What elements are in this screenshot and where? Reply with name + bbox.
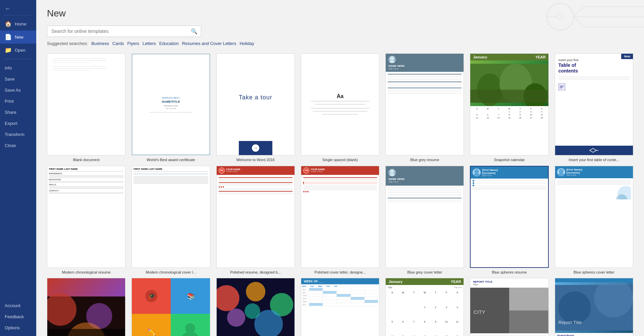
sidebar-item-open[interactable]: 📁 Open [0, 44, 36, 57]
search-button[interactable]: 🔍 [187, 26, 201, 37]
template-grid-row3: RESTAURANT Brochure Restaurant brochure … [47, 278, 633, 336]
toc-heading: Insert your first [558, 58, 630, 62]
account-label: Account [5, 303, 20, 308]
suggested-education[interactable]: Education [159, 41, 179, 46]
sidebar-item-home[interactable]: 🏠 Home [0, 17, 36, 31]
options-label: Options [5, 325, 20, 330]
print-label: Print [5, 99, 14, 104]
template-polished-cover[interactable]: YN YOUR NAME YOUR TITLE [301, 166, 379, 275]
template-award-certificate[interactable]: WORLD'S BEST NAME/TITLE Recipient name Y… [131, 53, 210, 162]
sidebar-item-save-as[interactable]: Save As [0, 85, 36, 96]
sidebar-item-close[interactable]: Close [0, 140, 36, 151]
svg-text:📚: 📚 [187, 292, 195, 300]
main-content: New 🔍 Suggested searches: Business Cards… [36, 0, 644, 336]
suggested-holiday[interactable]: Holiday [239, 41, 254, 46]
svg-point-25 [557, 173, 565, 176]
sidebar-item-transform[interactable]: Transform [0, 129, 36, 140]
page-title: New [47, 8, 633, 19]
svg-rect-58 [509, 288, 548, 310]
feedback-label: Feedback [5, 314, 24, 319]
svg-text:Report Title: Report Title [558, 320, 581, 325]
svg-point-24 [559, 169, 564, 174]
sidebar-item-print[interactable]: Print [0, 96, 36, 107]
svg-point-45 [246, 282, 265, 301]
sidebar-new-label: New [15, 35, 23, 40]
template-blank-label: Blank document [73, 157, 100, 162]
template-spheres-cover[interactable]: [First Name][Surname] JOB TITLE Blue [555, 166, 633, 275]
template-spheres-resume[interactable]: [First Name][Surname] JOB TITLE Bl [470, 166, 548, 275]
suggested-letters[interactable]: Letters [143, 41, 156, 46]
template-bg-cover-letter[interactable]: NAME HERE JOB TITLE Blue grey cover lett… [385, 166, 464, 275]
search-input[interactable] [47, 26, 187, 37]
template-student-report[interactable]: Report Title Student Report Student repo… [555, 278, 633, 336]
template-modern-cover[interactable]: FIRST NAME LAST NAME Modern chronologica… [131, 166, 210, 275]
svg-point-21 [389, 174, 395, 176]
info-label: Info [5, 65, 12, 70]
svg-text:✏️: ✏️ [147, 328, 156, 336]
template-snapshot-calendar[interactable]: January YEAR SMTWTFS 1234 567891011 1213… [470, 53, 548, 162]
template-tour-label: Welcome to Word 2016 [236, 157, 275, 162]
template-restaurant-brochure[interactable]: RESTAURANT Brochure Restaurant brochure [47, 278, 125, 336]
template-banner-calendar[interactable]: JanuaryYEAR Title Tag Line SMTWTFS 1234 … [385, 278, 464, 336]
export-label: Export [5, 121, 17, 126]
toc-badge: New [621, 54, 633, 59]
suggested-resumes[interactable]: Resumes and Cover Letters [182, 41, 236, 46]
svg-point-8 [390, 56, 394, 60]
sidebar-item-feedback[interactable]: Feedback [0, 311, 36, 322]
template-toc-label: Insert your first table of conte... [569, 157, 619, 162]
template-spheres-cov-label: Blue spheres cover letter [574, 270, 614, 275]
cal-month: January [473, 55, 487, 59]
template-blank-document[interactable]: Blank document [47, 53, 125, 162]
sidebar-home-label: Home [15, 21, 26, 27]
svg-point-23 [473, 173, 481, 177]
template-single-label: Single spaced (blank) [322, 157, 358, 162]
sidebar-item-options[interactable]: Options [0, 322, 36, 333]
template-bsa-calendar[interactable]: WEEK OF ___ MON TUE WED THU FRI 8am 9am … [301, 278, 379, 336]
template-single-spaced[interactable]: Aa Single spaced (blank) [301, 53, 379, 162]
sidebar-item-new[interactable]: 📄 New [0, 31, 36, 44]
template-education-brochure[interactable]: 🎓 📚 ✏️ Education Brochure [131, 278, 210, 336]
share-label: Share [5, 110, 16, 115]
template-polished-cov-label: Polished cover letter, designe... [315, 270, 366, 275]
search-bar: 🔍 [47, 26, 201, 37]
template-modern-res-label: Modern chronological resume [62, 270, 111, 275]
sidebar-item-share[interactable]: Share [0, 107, 36, 118]
svg-point-49 [245, 303, 260, 319]
template-modern-resume[interactable]: FIRST NAME LAST NAME EXPERIENCE EDUCATIO… [47, 166, 125, 275]
template-toc[interactable]: New Insert your first Table ofcontents [555, 53, 633, 162]
suggested-business[interactable]: Business [91, 41, 109, 46]
sidebar-item-account[interactable]: Account [0, 300, 36, 311]
template-vivid-brochure[interactable]: HOW DO YOU EVENT SERIES NAME Organizatio… [216, 278, 295, 336]
template-report[interactable]: REPORT TITLE 20xx CITY [470, 278, 548, 336]
svg-point-22 [474, 169, 479, 174]
save-label: Save [5, 77, 15, 82]
template-grid-row2: FIRST NAME LAST NAME EXPERIENCE EDUCATIO… [47, 166, 633, 275]
svg-rect-31 [47, 329, 125, 336]
template-bgresume-label: Blue grey resume [410, 157, 439, 162]
template-modern-cov-label: Modern chronological cover l... [146, 270, 196, 275]
svg-point-62 [558, 291, 591, 324]
sidebar-item-save[interactable]: Save [0, 74, 36, 85]
toc-subheading: Table ofcontents [558, 62, 630, 74]
template-polished-res-label: Polished resume, designed b... [230, 270, 281, 275]
sidebar-back[interactable]: ← [0, 3, 36, 15]
transform-label: Transform [5, 132, 24, 137]
sidebar-open-label: Open [15, 48, 25, 53]
svg-rect-59 [509, 310, 548, 333]
svg-point-48 [227, 308, 245, 327]
suggested-cards[interactable]: Cards [112, 41, 124, 46]
new-icon: 📄 [5, 34, 12, 41]
back-icon: ← [5, 5, 11, 12]
template-tour[interactable]: Take a tour → Welcome to Word 2016 [216, 53, 295, 162]
suggested-searches-row: Suggested searches: Business Cards Flyer… [47, 41, 633, 46]
template-bg-cov-label: Blue grey cover letter [407, 270, 442, 275]
close-label: Close [5, 143, 16, 148]
template-blue-grey-resume[interactable]: NAME HERE JOB TITLE Blue grey resume [385, 53, 464, 162]
suggested-label: Suggested searches: [47, 41, 88, 46]
sidebar-item-export[interactable]: Export [0, 118, 36, 129]
home-icon: 🏠 [5, 20, 12, 28]
template-polished-resume[interactable]: YN YOUR NAME YOUR TITLE [216, 166, 295, 275]
suggested-flyers[interactable]: Flyers [127, 41, 139, 46]
svg-rect-14 [470, 90, 548, 103]
sidebar-item-info[interactable]: Info [0, 62, 36, 74]
